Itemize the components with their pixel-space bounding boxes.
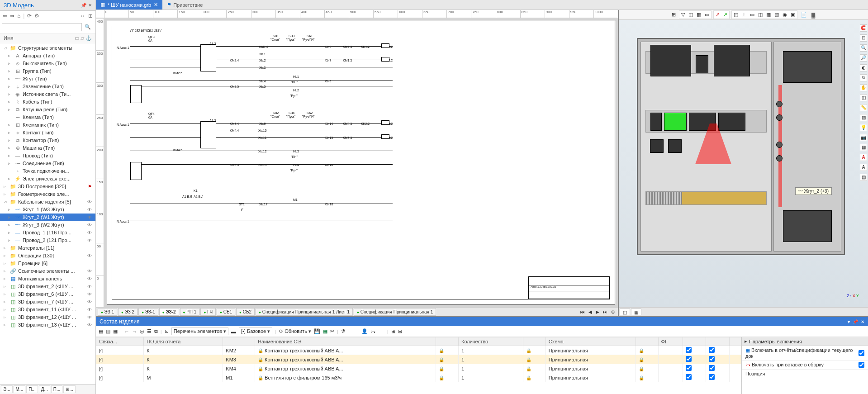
bom-table[interactable]: Связа...ПО для отчётаНаименование СЭКоли… (96, 337, 741, 394)
row-checkbox[interactable] (686, 347, 692, 353)
tree-item[interactable]: ▹◫3D фрагмент_6 (<ШУ ...👁 (0, 290, 95, 298)
tree-item[interactable]: ▹📁Операции [130]👁 (0, 252, 95, 260)
row-checkbox[interactable] (686, 374, 692, 380)
model-tree[interactable]: ⊿📁Структурные элементы▹AАппарат (Тип)▹⎋В… (0, 43, 95, 384)
render-icon[interactable]: ▣ (789, 11, 797, 18)
schematic-canvas[interactable]: ГГ 682 9ЕЧСЕ1 JB8V АВВГ.123456.789.33 QF… (107, 21, 615, 304)
tree-item[interactable]: ▹—Провод_2 (121 Про...👁 (0, 237, 95, 244)
row-checkbox[interactable] (709, 356, 715, 362)
tb-icon[interactable]: ⊞ (670, 11, 677, 18)
row-checkbox[interactable] (709, 365, 715, 371)
tree-item[interactable]: ▹🔗Ссылочные элементы ...👁 (0, 267, 95, 275)
search-icon[interactable]: 🔍 (82, 23, 94, 31)
view-icon[interactable]: ▦ (695, 11, 702, 18)
axis-icon[interactable]: ↗ (714, 11, 721, 18)
opt-icon[interactable]: ⊞ (391, 328, 395, 334)
sheet-tab[interactable]: ● Спецификация Принципиальная 1 Лист 1 (256, 308, 353, 316)
tree-item[interactable]: ▹📁3D Построения [320]⚑ (0, 183, 95, 190)
tree-item[interactable]: ▹⌇Кабель (Тип) (0, 98, 95, 106)
tb-icon[interactable]: ▥ (106, 328, 110, 334)
sheet-nav-button[interactable]: ⏮ (579, 309, 586, 314)
sheet-tab[interactable]: ● ЭЗ-2 (159, 308, 179, 316)
layer-icon[interactable]: ▤ (860, 174, 867, 181)
save-icon[interactable]: 💾 (314, 328, 320, 334)
opt-icon[interactable]: ⊟ (398, 328, 402, 334)
search-input[interactable] (2, 23, 82, 31)
home-icon[interactable]: ⌂ (17, 13, 20, 19)
measure-icon[interactable]: 📏 (860, 104, 867, 111)
tree-item[interactable]: ▹〰Жгут_3 (W2 Жгут)👁 (0, 221, 95, 229)
collapse-icon[interactable]: ▸ (745, 338, 747, 344)
tree-item[interactable]: ▹⚡Электрическая схе... (0, 175, 95, 183)
key-icon[interactable]: 🗝 (370, 329, 375, 334)
toggle-icon[interactable]: ↔ (80, 13, 85, 19)
zoom-in-icon[interactable]: 🔍 (860, 44, 867, 52)
close-icon[interactable]: ✕ (861, 319, 864, 324)
view-icon[interactable]: ▭ (703, 11, 711, 18)
render-icon[interactable]: ◰ (732, 11, 740, 18)
list-icon[interactable]: ☰ (147, 328, 152, 334)
sheet-tab[interactable]: ● ЭЗ-1 (138, 308, 158, 316)
include-report-checkbox[interactable] (859, 347, 864, 359)
material-icon[interactable]: ▨ (860, 114, 867, 121)
target-icon[interactable]: ◎ (140, 328, 144, 334)
text-icon[interactable]: A (860, 164, 867, 171)
sheet-tab[interactable]: ● ГЧ (200, 308, 216, 316)
tree-item[interactable]: ▹⧉Катушка реле (Тип) (0, 106, 95, 114)
tree-item[interactable]: ▹—Провод (Тип) (0, 152, 95, 160)
copy-icon[interactable]: ⧉ (154, 328, 158, 334)
sheet-tab[interactable]: ● СБ1 (217, 308, 235, 316)
row-checkbox[interactable] (709, 347, 715, 353)
pan-icon[interactable]: ✋ (860, 84, 867, 91)
sheet-nav-button[interactable]: ◀ (587, 309, 593, 314)
render-icon[interactable]: ◫ (757, 11, 764, 18)
view-tab[interactable]: ◫ (620, 309, 630, 315)
zoom-fit-icon[interactable]: ⊡ (860, 34, 867, 42)
doc-tab-active[interactable]: ▦ * ШУ наносами.grb ✕ (96, 0, 162, 9)
tb-icon[interactable]: ▦ (113, 328, 118, 334)
tree-item[interactable]: ▹📁Материалы [11] (0, 244, 95, 252)
render-icon[interactable]: ▧ (773, 11, 780, 18)
fwd-icon[interactable]: ⇒ (10, 13, 14, 19)
tree-item[interactable]: ⊿📁Структурные элементы (0, 44, 95, 52)
col-icon-2[interactable]: ▱ (81, 35, 84, 41)
tree-item[interactable]: ▹⎋Выключатель (Тип) (0, 60, 95, 67)
sheet-tab[interactable]: ● РП 1 (180, 308, 200, 316)
table-row[interactable]: [∕]КKM2🔒 Контактор трехполюсный ABB A...… (96, 346, 741, 355)
row-checkbox[interactable] (686, 365, 692, 371)
tree-item[interactable]: ▹—Провод_1 (116 Про...👁 (0, 229, 95, 237)
magnet-icon[interactable]: 🧲 (860, 24, 867, 32)
tree-item[interactable]: ▹◫3D фрагмент_12 (<ШУ ...👁 (0, 313, 95, 321)
tree-item[interactable]: ▹⊞Клеммник (Тип) (0, 121, 95, 129)
color-icon[interactable]: ▓ (810, 12, 816, 18)
tree-item[interactable]: ▹⏚Заземление (Тип) (0, 83, 95, 90)
sheet-tab[interactable]: ● СБ2 (236, 308, 255, 316)
tree-item[interactable]: ▹◫3D фрагмент_7 (<ШУ ...👁 (0, 298, 95, 306)
render-icon[interactable]: ▭ (749, 11, 756, 18)
type-combo[interactable]: Перечень элементов ▾ (171, 328, 228, 335)
light-icon[interactable]: 💡 (860, 124, 867, 131)
sheet-tab[interactable]: ● Спецификация Принципиальная 1 (354, 308, 436, 316)
close-icon[interactable]: ✕ (88, 3, 92, 8)
tree-item[interactable]: ▹〰Жгут (Тип) (0, 75, 95, 83)
include-assembly-checkbox[interactable] (859, 362, 864, 368)
tree-item[interactable]: ▹⟡Контакт (Тип) (0, 129, 95, 137)
tree-item[interactable]: ⊿📁Кабельные изделия [5]👁 (0, 198, 95, 206)
render-icon[interactable]: ▦ (765, 11, 772, 18)
cut-icon[interactable]: ✂ (330, 328, 334, 334)
table-row[interactable]: [∕]КKM4🔒 Контактор трехполюсный ABB A...… (96, 364, 741, 373)
tree-item[interactable]: ▹AАппарат (Тип) (0, 52, 95, 60)
refresh-icon[interactable]: ⟳ (27, 13, 32, 19)
sheet-nav-button[interactable]: ⏭ (602, 309, 609, 314)
tb-icon[interactable]: ▤ (99, 328, 103, 334)
tree-item[interactable]: ◦Точка подключени... (0, 167, 95, 175)
tree-item[interactable]: ⊸Клемма (Тип) (0, 114, 95, 121)
tree-item[interactable]: ▹⊶Соединение (Тип) (0, 160, 95, 167)
tree-item[interactable]: ▹⊞Группа (Тип) (0, 67, 95, 75)
grid-icon[interactable]: ▦ (860, 144, 867, 151)
left-bottom-tab[interactable]: П... (51, 385, 63, 393)
left-bottom-tab[interactable]: ⊞... (63, 385, 75, 393)
refresh-button[interactable]: ⟳ Обновить ▾ (279, 328, 311, 334)
left-bottom-tab[interactable]: Д... (39, 385, 50, 393)
sheet-nav-button[interactable]: ⊕ (610, 309, 616, 314)
